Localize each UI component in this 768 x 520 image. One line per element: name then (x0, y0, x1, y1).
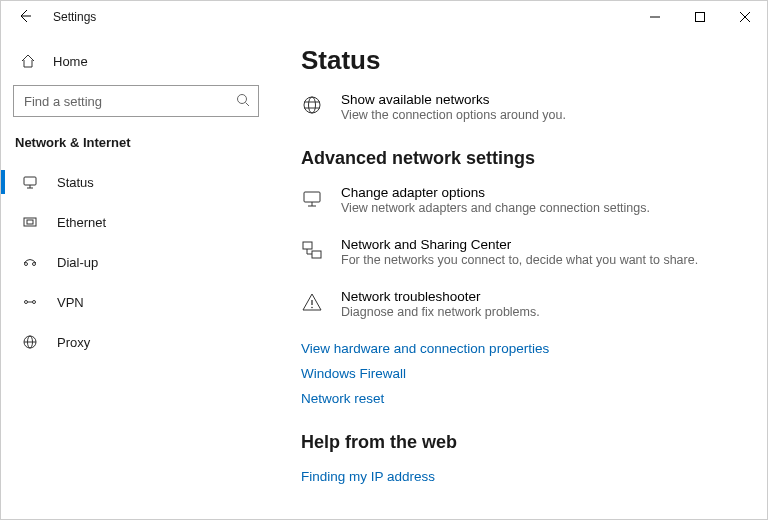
warning-icon (301, 291, 323, 313)
svg-rect-1 (695, 13, 704, 22)
search-box[interactable] (13, 85, 259, 117)
show-available-networks[interactable]: Show available networks View the connect… (301, 92, 737, 122)
titlebar: Settings (1, 1, 767, 33)
option-desc: For the networks you connect to, decide … (341, 253, 698, 267)
proxy-icon (21, 334, 39, 350)
svg-point-11 (25, 263, 28, 266)
sidebar-item-label: Dial-up (57, 255, 98, 270)
sidebar-item-proxy[interactable]: Proxy (1, 322, 271, 362)
svg-point-13 (25, 301, 28, 304)
link-network-reset[interactable]: Network reset (301, 391, 737, 406)
svg-line-5 (246, 102, 250, 106)
option-desc: Diagnose and fix network problems. (341, 305, 540, 319)
svg-rect-26 (303, 242, 312, 249)
globe-icon (301, 94, 323, 116)
sidebar-item-status[interactable]: Status (1, 162, 271, 202)
svg-rect-9 (24, 218, 36, 226)
svg-rect-10 (27, 220, 33, 224)
svg-point-20 (309, 97, 316, 113)
adapter-icon (301, 187, 323, 209)
option-desc: View network adapters and change connect… (341, 201, 650, 215)
search-input[interactable] (22, 93, 236, 110)
sidebar-item-label: Proxy (57, 335, 90, 350)
minimize-button[interactable] (632, 1, 677, 33)
sidebar-item-dialup[interactable]: Dial-up (1, 242, 271, 282)
dialup-icon (21, 254, 39, 270)
sidebar-item-label: VPN (57, 295, 84, 310)
svg-rect-23 (304, 192, 320, 202)
svg-point-4 (238, 94, 247, 103)
svg-point-12 (33, 263, 36, 266)
close-button[interactable] (722, 1, 767, 33)
sidebar-item-vpn[interactable]: VPN (1, 282, 271, 322)
home-label: Home (53, 54, 88, 69)
link-hardware-properties[interactable]: View hardware and connection properties (301, 341, 737, 356)
search-icon (236, 93, 250, 110)
status-icon (21, 174, 39, 190)
link-windows-firewall[interactable]: Windows Firewall (301, 366, 737, 381)
main-content: Status Show available networks View the … (271, 33, 767, 519)
link-finding-ip[interactable]: Finding my IP address (301, 469, 737, 484)
vpn-icon (21, 294, 39, 310)
svg-rect-6 (24, 177, 36, 185)
sidebar-category: Network & Internet (13, 129, 259, 162)
ethernet-icon (21, 214, 39, 230)
svg-point-19 (304, 97, 320, 113)
sidebar: Home Network & Internet Status Ethernet (1, 33, 271, 519)
help-heading: Help from the web (301, 432, 737, 453)
svg-rect-27 (312, 251, 321, 258)
sidebar-item-label: Ethernet (57, 215, 106, 230)
sidebar-item-ethernet[interactable]: Ethernet (1, 202, 271, 242)
page-title: Status (301, 45, 737, 76)
home-nav[interactable]: Home (13, 43, 259, 79)
sidebar-nav: Status Ethernet Dial-up VPN (1, 162, 271, 362)
option-title: Network troubleshooter (341, 289, 540, 304)
option-desc: View the connection options around you. (341, 108, 566, 122)
sidebar-item-label: Status (57, 175, 94, 190)
option-title: Network and Sharing Center (341, 237, 698, 252)
advanced-heading: Advanced network settings (301, 148, 737, 169)
option-title: Change adapter options (341, 185, 650, 200)
network-sharing-center[interactable]: Network and Sharing Center For the netwo… (301, 237, 737, 267)
svg-point-14 (33, 301, 36, 304)
home-icon (19, 53, 37, 69)
maximize-button[interactable] (677, 1, 722, 33)
change-adapter-options[interactable]: Change adapter options View network adap… (301, 185, 737, 215)
app-title: Settings (53, 10, 96, 24)
svg-point-29 (311, 307, 313, 309)
back-button[interactable] (11, 9, 39, 26)
option-title: Show available networks (341, 92, 566, 107)
sharing-icon (301, 239, 323, 261)
network-troubleshooter[interactable]: Network troubleshooter Diagnose and fix … (301, 289, 737, 319)
